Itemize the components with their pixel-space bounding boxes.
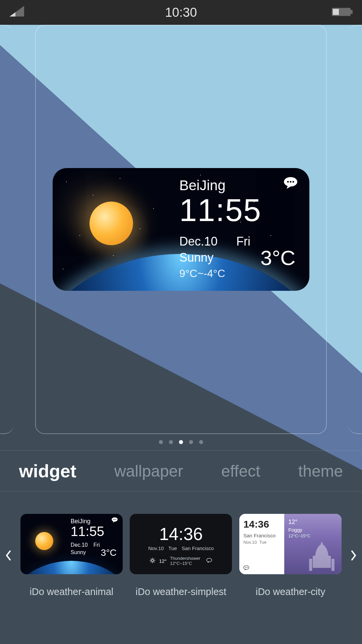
thumb-animal-preview: BeiJing 11:55 Dec.10 Fri Sunny 3°C — [20, 514, 123, 574]
signal-icon — [9, 5, 24, 20]
widget-option-animal[interactable]: BeiJing 11:55 Dec.10 Fri Sunny 3°C iDo w… — [20, 514, 123, 597]
svg-point-4 — [287, 181, 289, 183]
svg-point-22 — [245, 567, 246, 568]
tab-wallpaper[interactable]: wallpaper — [114, 462, 183, 480]
status-time: 10:30 — [165, 5, 197, 20]
thumb-range: 12°C~15°C — [170, 561, 200, 566]
thumb-city: San Francisco — [243, 533, 280, 538]
svg-rect-2 — [333, 9, 339, 15]
widget-gallery: BeiJing 11:55 Dec.10 Fri Sunny 3°C iDo w… — [0, 492, 362, 619]
svg-point-28 — [321, 542, 322, 544]
sun-icon — [89, 202, 133, 245]
svg-point-20 — [207, 558, 212, 562]
page-indicator — [0, 434, 362, 450]
thumb-condition: Sunny — [71, 549, 86, 555]
svg-rect-1 — [351, 10, 353, 14]
page-dot — [169, 440, 173, 444]
thumb-condition: Thundershower — [170, 556, 200, 561]
thumb-date: Nov.10 — [148, 545, 164, 551]
thumb-temp: 3°C — [101, 547, 117, 558]
editor-tabs: widget wallpaper effect theme — [0, 451, 362, 491]
svg-point-6 — [293, 181, 294, 183]
widget-temp-range: 9°C~-4°C — [179, 267, 225, 280]
page-dot-active — [179, 440, 183, 444]
sun-outline-icon — [149, 557, 156, 565]
thumb-day: Tue — [169, 545, 177, 551]
widget-option-city[interactable]: 14:36 San Francisco Nov.10 Tue 12° Foggy… — [239, 514, 342, 597]
widget-time: 11:55 — [179, 192, 261, 228]
widget-condition: Sunny — [179, 251, 214, 265]
thumb-time: 11:55 — [71, 524, 104, 539]
widget-temp: 3°C — [260, 246, 295, 270]
widget-city: BeiJing — [179, 177, 226, 194]
svg-line-17 — [154, 561, 155, 562]
thumb-city-preview: 14:36 San Francisco Nov.10 Tue 12° Foggy… — [239, 514, 342, 574]
thumb-day: Fri — [94, 542, 100, 548]
page-dot — [189, 440, 193, 444]
thumb-label: iDo weather-simplest — [136, 586, 227, 597]
svg-rect-26 — [309, 559, 312, 571]
svg-rect-27 — [331, 559, 335, 571]
svg-line-16 — [151, 558, 152, 559]
svg-line-19 — [154, 558, 155, 559]
thumb-label: iDo weather-city — [256, 586, 325, 597]
prev-page-peek[interactable] — [0, 25, 14, 434]
status-bar: 10:30 — [0, 0, 362, 25]
widget-option-simplest[interactable]: 14:36 Nov.10 Tue San Francisco 12° Thund… — [130, 514, 232, 597]
speech-bubble-icon — [243, 566, 249, 571]
home-preview-area[interactable]: BeiJing 11:55 Dec.10 Fri Sunny 3°C 9°C~-… — [0, 25, 362, 434]
tab-effect[interactable]: effect — [221, 462, 260, 480]
tab-theme[interactable]: theme — [298, 462, 343, 480]
thumb-condition: Foggy — [288, 527, 338, 533]
thumb-simplest-preview: 14:36 Nov.10 Tue San Francisco 12° Thund… — [130, 514, 232, 574]
svg-point-24 — [247, 567, 248, 568]
widget-date: Dec.10 — [179, 234, 218, 249]
current-page-frame[interactable]: BeiJing 11:55 Dec.10 Fri Sunny 3°C 9°C~-… — [35, 25, 327, 434]
thumb-time: 14:36 — [159, 524, 203, 544]
thumb-label: iDo weather-animal — [29, 586, 113, 597]
thumb-temp: 12° — [288, 519, 338, 526]
battery-icon — [332, 5, 353, 20]
thumb-range: 12°C~15°C — [288, 533, 338, 538]
thumb-city: San Francisco — [182, 545, 214, 551]
gallery-prev-button[interactable] — [0, 550, 17, 560]
page-dot — [159, 440, 163, 444]
widget-day: Fri — [236, 234, 250, 249]
weather-widget-preview[interactable]: BeiJing 11:55 Dec.10 Fri Sunny 3°C 9°C~-… — [53, 168, 309, 291]
svg-point-11 — [152, 559, 154, 561]
speech-bubble-icon[interactable] — [283, 177, 298, 190]
building-silhouette-icon — [307, 541, 337, 572]
thumb-date: Nov.10 — [243, 540, 257, 545]
svg-point-5 — [290, 181, 292, 183]
earth-graphic — [20, 561, 123, 574]
svg-rect-25 — [313, 556, 331, 568]
thumb-date: Dec.10 — [71, 542, 88, 548]
thumb-time: 14:36 — [243, 519, 280, 530]
speech-bubble-icon — [206, 558, 212, 564]
tab-widget[interactable]: widget — [19, 461, 76, 481]
speech-bubble-icon — [111, 517, 118, 523]
thumb-day: Tue — [259, 540, 266, 545]
thumb-temp: 12° — [159, 558, 167, 564]
svg-line-18 — [151, 561, 152, 562]
sun-icon — [35, 532, 53, 550]
next-page-peek[interactable] — [348, 25, 362, 434]
svg-point-23 — [246, 567, 247, 568]
page-dot — [199, 440, 203, 444]
gallery-next-button[interactable] — [345, 550, 362, 560]
